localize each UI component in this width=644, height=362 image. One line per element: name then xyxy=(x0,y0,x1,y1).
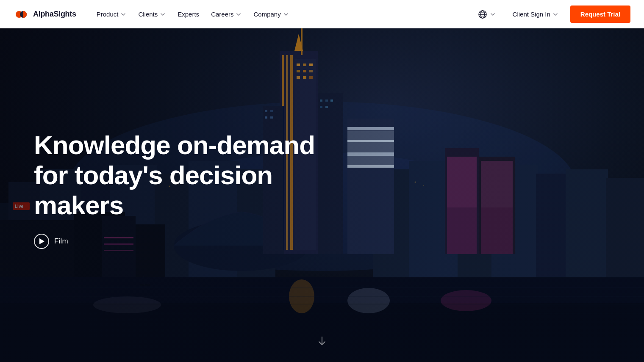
nav-item-company[interactable]: Company xyxy=(248,7,294,21)
request-trial-button[interactable]: Request Trial xyxy=(570,6,630,23)
navbar: AlphaSights Product Clients Experts Care… xyxy=(0,0,644,28)
client-signin-button[interactable]: Client Sign In xyxy=(506,7,565,21)
chevron-down-icon xyxy=(160,11,166,17)
nav-item-product[interactable]: Product xyxy=(92,7,132,21)
language-selector[interactable] xyxy=(473,6,501,22)
nav-item-careers[interactable]: Careers xyxy=(206,7,247,21)
scroll-down-arrow-icon xyxy=(316,335,328,347)
alphasights-logo-icon xyxy=(14,7,29,22)
main-nav: Product Clients Experts Careers xyxy=(92,7,294,21)
chevron-down-icon xyxy=(236,11,242,17)
navbar-left: AlphaSights Product Clients Experts Care… xyxy=(14,7,294,22)
logo[interactable]: AlphaSights xyxy=(14,7,76,22)
globe-icon xyxy=(478,10,487,19)
navbar-right: Client Sign In Request Trial xyxy=(473,6,630,23)
scroll-down-button[interactable] xyxy=(316,335,328,347)
nav-item-experts[interactable]: Experts xyxy=(172,7,204,21)
play-icon xyxy=(34,234,49,249)
hero-title: Knowledge on-demand for today's decision… xyxy=(34,130,330,221)
play-triangle xyxy=(39,238,44,244)
chevron-down-icon xyxy=(120,11,126,17)
chevron-down-icon xyxy=(490,11,496,17)
film-button[interactable]: Film xyxy=(34,234,68,249)
chevron-down-icon xyxy=(283,11,289,17)
hero-section: Live Knowledge on-demand for today's dec… xyxy=(0,0,644,362)
brand-name: AlphaSights xyxy=(33,10,76,19)
hero-content: Knowledge on-demand for today's decision… xyxy=(34,130,330,249)
chevron-down-icon xyxy=(552,11,558,17)
nav-item-clients[interactable]: Clients xyxy=(133,7,171,21)
film-label: Film xyxy=(54,237,68,246)
